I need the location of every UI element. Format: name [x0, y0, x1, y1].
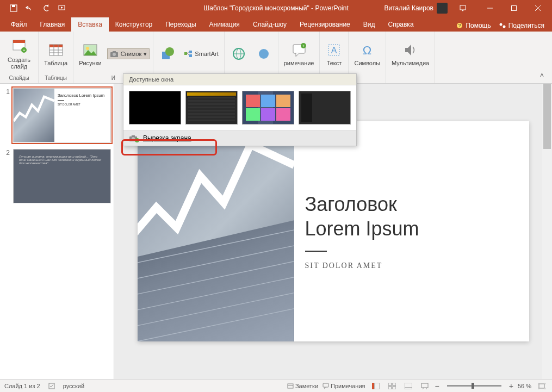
svg-rect-3 [460, 5, 466, 10]
svg-rect-30 [189, 51, 192, 53]
svg-text:A: A [331, 46, 337, 55]
thumbnail-preview[interactable]: Лучшая цитата, отражающая ваш подход... … [13, 149, 111, 203]
maximize-button[interactable] [502, 0, 526, 16]
zoom-slider[interactable] [447, 385, 501, 387]
media-button[interactable]: Мультимедиа [389, 40, 431, 67]
tab-view[interactable]: Вид [357, 17, 382, 32]
svg-line-53 [138, 293, 294, 326]
link-button[interactable] [228, 44, 250, 64]
ribbon-display-options-button[interactable] [451, 0, 475, 16]
svg-rect-59 [372, 383, 374, 389]
window-thumb[interactable] [299, 91, 351, 125]
svg-rect-29 [184, 52, 187, 55]
new-slide-button[interactable]: + Создать слайд [3, 37, 35, 71]
slide-thumbnail-panel[interactable]: 1 Заголовок Lorem IpsumSIT DOLOR AMET 2 … [0, 84, 114, 379]
table-button[interactable]: Таблица [42, 40, 70, 67]
symbols-button[interactable]: Ω Символы [352, 40, 382, 67]
window-thumb[interactable] [185, 91, 238, 125]
normal-view-button[interactable] [370, 381, 382, 391]
svg-rect-62 [393, 383, 396, 385]
slideshow-view-button[interactable] [419, 381, 431, 391]
zoom-out-button[interactable]: − [435, 382, 439, 390]
tab-slideshow[interactable]: Слайд-шоу [246, 17, 293, 32]
spell-check-icon[interactable] [48, 382, 55, 390]
slide-sorter-button[interactable] [386, 381, 398, 391]
tab-home[interactable]: Главная [34, 17, 72, 32]
tab-review[interactable]: Рецензирование [293, 17, 357, 32]
svg-text:Ω: Ω [363, 43, 371, 57]
notes-button[interactable]: Заметки [287, 383, 318, 389]
window-thumb[interactable] [242, 91, 294, 125]
zoom-in-button[interactable]: + [509, 382, 513, 390]
svg-rect-1 [12, 5, 15, 7]
slide-text-area[interactable]: ЗаголовокLorem Ipsum SIT DOLOR AMET [294, 121, 529, 341]
zoom-level[interactable]: 56 % [518, 383, 531, 389]
vertical-scrollbar[interactable] [542, 84, 552, 379]
svg-point-28 [165, 47, 174, 56]
scrollbar-thumb[interactable] [543, 84, 551, 149]
svg-rect-61 [388, 383, 392, 385]
shapes-button[interactable] [157, 44, 178, 64]
user-name[interactable]: Виталий Каиров [384, 4, 433, 12]
tab-animations[interactable]: Анимация [203, 17, 246, 32]
text-button[interactable]: A Текст [323, 40, 345, 67]
user-avatar[interactable] [437, 3, 448, 14]
comments-button[interactable]: Примечания [322, 383, 365, 389]
svg-rect-63 [388, 387, 392, 389]
slide-thumbnail[interactable]: 1 Заголовок Lorem IpsumSIT DOLOR AMET [2, 88, 111, 142]
svg-line-33 [187, 53, 189, 55]
dropdown-header: Доступные окна [123, 74, 356, 85]
shapes-icon [159, 45, 176, 63]
action-icon [255, 45, 272, 63]
slide-image[interactable] [138, 121, 294, 341]
window-title: Шаблон "Городской монохромный" - PowerPo… [203, 4, 349, 12]
ribbon-right-area: ?Помощь Поделиться [456, 22, 552, 32]
window-thumb[interactable] [129, 91, 181, 125]
tab-design[interactable]: Конструктор [109, 17, 159, 32]
table-icon [47, 41, 65, 59]
tab-help[interactable]: Справка [381, 17, 420, 32]
new-slide-icon: + [10, 38, 28, 55]
redo-button[interactable] [39, 1, 53, 15]
omega-icon: Ω [358, 41, 376, 59]
svg-rect-13 [13, 40, 25, 43]
minimize-button[interactable] [478, 0, 502, 16]
svg-point-11 [503, 26, 505, 28]
fit-to-window-button[interactable] [536, 381, 548, 391]
screen-clipping-button[interactable]: + Вырезка экрана [123, 130, 356, 146]
action-button[interactable] [253, 44, 275, 64]
screenshot-button[interactable]: Снимок ▾ [107, 48, 150, 59]
language-button[interactable]: русский [63, 383, 84, 389]
slide-thumbnail[interactable]: 2 Лучшая цитата, отражающая ваш подход..… [2, 149, 111, 203]
tell-me-button[interactable]: ?Помощь [456, 22, 491, 29]
camera-plus-icon: + [129, 134, 139, 142]
tab-insert[interactable]: Вставка [71, 17, 109, 32]
slide[interactable]: ЗаголовокLorem Ipsum SIT DOLOR AMET [138, 121, 529, 341]
svg-point-10 [499, 23, 502, 26]
smartart-icon [184, 50, 193, 58]
svg-rect-56 [288, 384, 293, 388]
pictures-button[interactable]: Рисунки [77, 40, 104, 67]
undo-button[interactable] [23, 1, 37, 15]
comment-button[interactable]: + римечание [282, 40, 317, 67]
group-media: Мультимедиа [386, 32, 435, 83]
reading-view-button[interactable] [402, 381, 414, 391]
zoom-slider-thumb[interactable] [472, 383, 474, 389]
share-button[interactable]: Поделиться [499, 22, 544, 29]
start-from-beginning-button[interactable] [55, 1, 70, 15]
svg-rect-25 [113, 51, 116, 53]
slide-title[interactable]: ЗаголовокLorem Ipsum [305, 192, 518, 240]
titlebar: Шаблон "Городской монохромный" - PowerPo… [0, 0, 552, 16]
smartart-button[interactable]: SmartArt [182, 49, 220, 59]
tab-file[interactable]: Файл [4, 17, 34, 32]
speaker-icon [402, 41, 419, 59]
slide-subtitle[interactable]: SIT DOLOR AMET [305, 262, 518, 270]
tab-transitions[interactable]: Переходы [159, 17, 202, 32]
save-button[interactable] [7, 1, 21, 15]
comment-icon: + [290, 41, 308, 59]
svg-rect-65 [405, 383, 412, 389]
close-button[interactable] [526, 0, 550, 16]
thumbnail-preview[interactable]: Заголовок Lorem IpsumSIT DOLOR AMET [13, 88, 111, 142]
collapse-ribbon-button[interactable]: ᐱ [540, 72, 549, 81]
slide-counter[interactable]: Слайд 1 из 2 [4, 383, 40, 389]
